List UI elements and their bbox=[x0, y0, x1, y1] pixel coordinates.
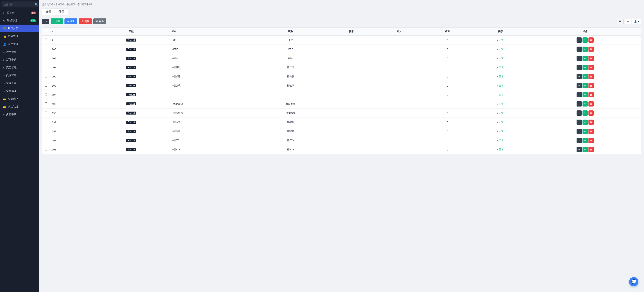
row-delete-button[interactable]: 🗑 bbox=[588, 37, 594, 43]
edit-button[interactable]: ✏ 编辑 bbox=[64, 18, 77, 24]
status-badge: 正常 bbox=[497, 120, 504, 124]
sidebar-item-general[interactable]: ⚙ 常规管理 new bbox=[0, 17, 39, 24]
delete-button[interactable]: 🗑 删除 bbox=[79, 18, 92, 24]
row-checkbox[interactable] bbox=[45, 66, 47, 68]
sidebar-item-recharge[interactable]: ○ 充值管理 bbox=[0, 64, 39, 71]
cell-name: ├ 櫃認售 bbox=[169, 118, 254, 127]
cell-name: ├ 櫃管理 bbox=[169, 63, 254, 72]
cell-status: 正常 bbox=[472, 127, 529, 136]
row-add-button[interactable]: + bbox=[576, 83, 582, 88]
row-checkbox[interactable] bbox=[45, 93, 47, 96]
row-delete-button[interactable]: 🗑 bbox=[588, 120, 594, 125]
new-badge: new bbox=[30, 19, 36, 22]
add-button[interactable]: + 添加 bbox=[51, 18, 63, 24]
cell-nickname: ETF bbox=[254, 45, 327, 54]
row-edit-button[interactable]: ✏ bbox=[582, 56, 588, 61]
cell-name: ├ ETN bbox=[169, 54, 254, 63]
sidebar-item-products[interactable]: ○ 产品管理 › bbox=[0, 48, 39, 56]
sidebar-item-members[interactable]: 👤 会员管理 › bbox=[0, 40, 39, 48]
sidebar-item-label: 实名认证 bbox=[8, 105, 36, 108]
row-edit-button[interactable]: ✏ bbox=[582, 74, 588, 79]
table-view-button[interactable]: ☰ bbox=[617, 19, 624, 24]
refresh-button[interactable]: ↻ bbox=[42, 19, 50, 24]
row-checkbox[interactable] bbox=[45, 148, 47, 150]
row-edit-button[interactable]: ✏ bbox=[582, 110, 588, 116]
sidebar-item-withdraw[interactable]: ○ 提现管理 bbox=[0, 71, 39, 79]
row-edit-button[interactable]: ✏ bbox=[582, 83, 588, 88]
row-edit-button[interactable]: ✏ bbox=[582, 101, 588, 106]
row-add-button[interactable]: + bbox=[576, 129, 582, 134]
cell-nickname: 櫃認售 bbox=[254, 118, 327, 127]
sidebar-item-fund-flow[interactable]: 💳 资金流水 bbox=[0, 95, 39, 103]
column-settings-button[interactable]: 👤 ▾ bbox=[632, 19, 641, 24]
row-add-button[interactable]: + bbox=[576, 65, 582, 70]
view-controls: ☰ ⊞ 👤 ▾ bbox=[617, 19, 641, 24]
row-checkbox[interactable] bbox=[45, 38, 47, 41]
row-edit-button[interactable]: ✏ bbox=[582, 92, 588, 97]
row-checkbox[interactable] bbox=[45, 84, 47, 87]
row-edit-button[interactable]: ✏ bbox=[582, 138, 588, 143]
more-button[interactable]: ⚙ 更多 bbox=[93, 18, 106, 24]
row-edit-button[interactable]: ✏ bbox=[582, 37, 588, 43]
row-delete-button[interactable]: 🗑 bbox=[588, 74, 594, 79]
row-checkbox[interactable] bbox=[45, 121, 47, 123]
row-add-button[interactable]: + bbox=[576, 56, 582, 61]
row-add-button[interactable]: + bbox=[576, 74, 582, 79]
row-checkbox[interactable] bbox=[45, 48, 47, 50]
row-add-button[interactable]: + bbox=[576, 110, 582, 116]
row-checkbox[interactable] bbox=[45, 75, 47, 77]
row-delete-button[interactable]: 🗑 bbox=[588, 110, 594, 116]
cell-type: Product bbox=[94, 54, 169, 63]
row-checkbox[interactable] bbox=[45, 112, 47, 114]
row-delete-button[interactable]: 🗑 bbox=[588, 65, 594, 70]
row-checkbox[interactable] bbox=[45, 130, 47, 132]
row-delete-button[interactable]: 🗑 bbox=[588, 92, 594, 97]
row-edit-button[interactable]: ✏ bbox=[582, 65, 588, 70]
sidebar-item-real-name[interactable]: 💳 实名认证 bbox=[0, 103, 39, 111]
row-delete-button[interactable]: 🗑 bbox=[588, 138, 594, 143]
tab-all[interactable]: 全部 bbox=[42, 8, 55, 15]
row-delete-button[interactable]: 🗑 bbox=[588, 83, 594, 88]
row-edit-button[interactable]: ✏ bbox=[582, 120, 588, 125]
sidebar-item-permissions[interactable]: 🔒 权限管理 › bbox=[0, 32, 39, 40]
cell-weight: 0 bbox=[423, 63, 472, 72]
sidebar-item-finance-news[interactable]: ○ 财经新闻 bbox=[0, 87, 39, 95]
grid-view-button[interactable]: ⊞ bbox=[624, 19, 631, 24]
row-checkbox[interactable] bbox=[45, 57, 47, 59]
tab-stocks[interactable]: 股票 bbox=[55, 8, 68, 15]
row-add-button[interactable]: + bbox=[576, 138, 582, 143]
row-checkbox[interactable] bbox=[45, 102, 47, 105]
row-add-button[interactable]: + bbox=[576, 46, 582, 52]
row-add-button[interactable]: + bbox=[576, 120, 582, 125]
cell-nickname: 櫃ETN bbox=[254, 136, 327, 145]
sidebar-item-new-stock[interactable]: ○ 新股申购 bbox=[0, 56, 39, 64]
float-action-button[interactable]: 💬 bbox=[629, 277, 638, 287]
sidebar-item-dashboard[interactable]: ⊞ 控制台 hot bbox=[0, 9, 39, 17]
col-nickname: 昵称 bbox=[254, 27, 327, 35]
select-all-checkbox[interactable] bbox=[45, 30, 47, 32]
search-bar[interactable]: 🔍 bbox=[2, 1, 38, 7]
row-delete-button[interactable]: 🗑 bbox=[588, 147, 594, 152]
search-input[interactable] bbox=[4, 3, 35, 6]
sidebar-item-stock-category[interactable]: 🌿 股市分类 bbox=[0, 24, 39, 32]
row-edit-button[interactable]: ✏ bbox=[582, 46, 588, 52]
row-add-button[interactable]: + bbox=[576, 101, 582, 106]
cell-weight: 0 bbox=[423, 54, 472, 63]
row-delete-button[interactable]: 🗑 bbox=[588, 46, 594, 52]
sidebar-item-positions[interactable]: ○ 持仓列表 › bbox=[0, 79, 39, 87]
cell-flag bbox=[327, 63, 375, 72]
row-add-button[interactable]: + bbox=[576, 92, 582, 97]
cell-flag bbox=[327, 81, 375, 90]
row-add-button[interactable]: + bbox=[576, 37, 582, 43]
cell-name: 上柜 bbox=[169, 35, 254, 45]
row-edit-button[interactable]: ✏ bbox=[582, 129, 588, 134]
row-edit-button[interactable]: ✏ bbox=[582, 147, 588, 152]
sidebar-item-discount[interactable]: ○ 折价申购 bbox=[0, 111, 39, 118]
row-add-button[interactable]: + bbox=[576, 147, 582, 152]
row-checkbox[interactable] bbox=[45, 139, 47, 141]
row-delete-button[interactable]: 🗑 bbox=[588, 56, 594, 61]
row-delete-button[interactable]: 🗑 bbox=[588, 129, 594, 134]
cell-image bbox=[375, 45, 423, 54]
row-delete-button[interactable]: 🗑 bbox=[588, 101, 594, 106]
action-buttons: + ✏ 🗑 bbox=[532, 83, 638, 88]
